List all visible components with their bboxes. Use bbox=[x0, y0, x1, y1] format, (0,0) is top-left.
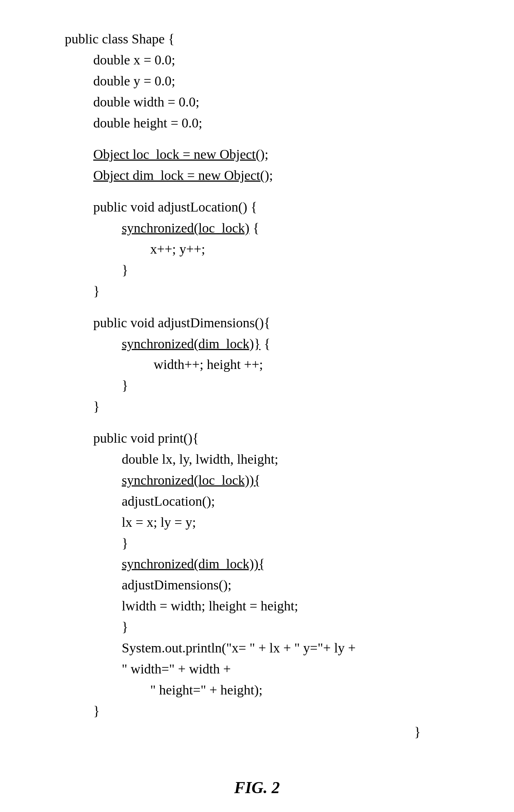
underline-text-2: Object dim_lock = new Object(); bbox=[93, 168, 273, 183]
spacer-2 bbox=[65, 186, 449, 197]
code-line-27: } bbox=[65, 616, 449, 637]
code-line-17: } bbox=[65, 396, 449, 417]
code-line-6: Object loc_lock = new Object(); bbox=[65, 144, 449, 165]
code-line-18: public void print(){ bbox=[65, 428, 449, 449]
code-line-1: public class Shape { bbox=[65, 28, 449, 50]
spacer-3 bbox=[65, 302, 449, 312]
code-line-13: public void adjustDimensions(){ bbox=[65, 312, 449, 333]
code-block: public class Shape { double x = 0.0; dou… bbox=[43, 14, 471, 757]
code-line-3: double y = 0.0; bbox=[65, 71, 449, 92]
code-line-23: } bbox=[65, 533, 449, 554]
code-line-29: " width=" + width + bbox=[65, 659, 449, 680]
code-line-16: } bbox=[65, 375, 449, 396]
code-line-19: double lx, ly, lwidth, lheight; bbox=[65, 449, 449, 470]
code-line-14: synchronized(dim_lock)} { bbox=[65, 333, 449, 354]
code-line-12: } bbox=[65, 281, 449, 302]
code-line-8: public void adjustLocation() { bbox=[65, 197, 449, 218]
code-line-21: adjustLocation(); bbox=[65, 491, 449, 512]
underline-text-6: synchronized(dim_lock)){ bbox=[122, 556, 265, 571]
figure-label: FIG. 2 bbox=[28, 778, 486, 797]
code-line-24: synchronized(dim_lock)){ bbox=[65, 553, 449, 574]
code-line-10: x++; y++; bbox=[65, 239, 449, 260]
code-line-31: } bbox=[65, 701, 449, 722]
underline-text-3: synchronized(loc_lock) bbox=[122, 220, 250, 235]
code-line-11: } bbox=[65, 260, 449, 281]
code-line-22: lx = x; ly = y; bbox=[65, 512, 449, 533]
spacer-4 bbox=[65, 417, 449, 428]
code-line-28: System.out.println("x= " + lx + " y="+ l… bbox=[65, 637, 449, 659]
code-line-9: synchronized(loc_lock) { bbox=[65, 218, 449, 239]
code-line-2: double x = 0.0; bbox=[65, 50, 449, 71]
code-line-26: lwidth = width; lheight = height; bbox=[65, 595, 449, 616]
code-line-15: width++; height ++; bbox=[65, 354, 449, 375]
code-line-20: synchronized(loc_lock)){ bbox=[65, 470, 449, 491]
code-line-7: Object dim_lock = new Object(); bbox=[65, 165, 449, 186]
code-line-4: double width = 0.0; bbox=[65, 92, 449, 113]
underline-text-1: Object loc_lock = new Object(); bbox=[93, 147, 268, 162]
code-line-32: } bbox=[414, 722, 421, 743]
code-line-25: adjustDimensions(); bbox=[65, 574, 449, 595]
code-line-30: " height=" + height); bbox=[65, 680, 449, 701]
spacer-1 bbox=[65, 133, 449, 144]
code-line-5: double height = 0.0; bbox=[65, 113, 449, 134]
underline-text-5: synchronized(loc_lock)){ bbox=[122, 473, 261, 488]
underline-text-4: synchronized(dim_lock)} bbox=[122, 336, 261, 351]
